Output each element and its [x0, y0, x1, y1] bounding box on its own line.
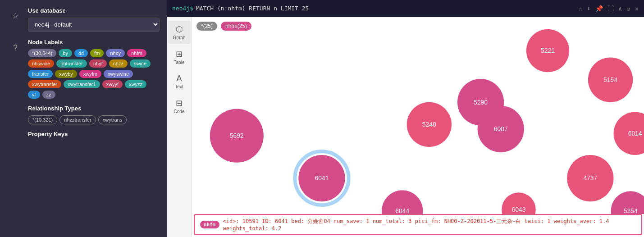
nav-table-label: Table [174, 60, 185, 65]
query-prompt: neo4j$ [172, 5, 193, 12]
query-bar: neo4j$ MATCH (n:nhfm) RETURN n LIMIT 25 … [167, 0, 644, 17]
main-area: neo4j$ MATCH (n:nhfm) RETURN n LIMIT 25 … [167, 0, 644, 237]
tag-zz[interactable]: zz [42, 91, 55, 99]
graph-icon: ⬡ [176, 24, 183, 34]
tag-nhby[interactable]: nhby [106, 49, 125, 57]
node-label-5290: 5290 [474, 99, 488, 106]
graph-area[interactable]: *(25) nhfm(25) 5221 5290 5154 5692 5248 [192, 17, 644, 214]
tag-xwyswine[interactable]: xwyswine [104, 70, 133, 78]
tag-transfer[interactable]: transfer [28, 70, 53, 78]
tag-by[interactable]: by [59, 49, 72, 57]
side-nav: ⬡ Graph ⊞ Table A Text ⊟ Code [167, 17, 192, 237]
close-icon[interactable]: ✕ [635, 5, 639, 12]
rel-tag-all[interactable]: *(10,321) [28, 115, 57, 124]
relationship-types-group: *(10,321) nhzztransfer xwytrans [28, 115, 160, 124]
node-label-5692: 5692 [230, 132, 244, 139]
pin-icon[interactable]: 📌 [595, 5, 603, 12]
tag-all[interactable]: *(30,044) [28, 49, 56, 57]
tag-xwyfm[interactable]: xwyfm [79, 70, 101, 78]
tag-nhzz[interactable]: nhzz [109, 59, 128, 68]
badge-nhfm[interactable]: nhfm(25) [221, 22, 251, 31]
tag-yf[interactable]: yf [28, 91, 40, 99]
expand-icon[interactable]: ⛶ [607, 5, 614, 12]
node-label-5221: 5221 [541, 47, 555, 54]
tag-nhswine[interactable]: nhswine [28, 59, 54, 68]
tag-nhtransfer[interactable]: nhtransfer [56, 59, 87, 68]
table-icon: ⊞ [176, 49, 183, 59]
property-keys-title: Property Keys [28, 131, 160, 137]
node-label-6043: 6043 [512, 206, 525, 213]
node-label-4737: 4737 [583, 174, 597, 182]
info-bar: nhfm <id>: 10591 ID: 6041 bed: 分娩舍04 num… [194, 214, 642, 235]
node-label-6007: 6007 [494, 125, 508, 132]
star-query-icon[interactable]: ☆ [579, 5, 582, 12]
content-row: ⬡ Graph ⊞ Table A Text ⊟ Code *(25) nhfm… [167, 17, 644, 237]
node-label-5354: 5354 [624, 207, 638, 214]
tag-xwyyf[interactable]: xwyyf [102, 80, 123, 88]
graph-panel: *(25) nhfm(25) 5221 5290 5154 5692 5248 [192, 17, 644, 237]
nav-code-label: Code [174, 109, 185, 114]
tag-xwytransfer[interactable]: xwytransfer [28, 80, 61, 88]
tag-nhfm[interactable]: nhfm [127, 49, 146, 57]
tag-xwytransfer1[interactable]: xwytransfer1 [64, 80, 100, 88]
nav-graph-label: Graph [173, 35, 186, 40]
star-icon[interactable]: ☆ [12, 11, 19, 21]
sidebar: ☆ ? Use database neo4j - default Node La… [0, 0, 167, 237]
nav-code[interactable]: ⊟ Code [168, 95, 191, 118]
download-icon[interactable]: ⬇ [587, 5, 590, 12]
tag-dd[interactable]: dd [74, 49, 88, 57]
result-badges: *(25) nhfm(25) [196, 22, 251, 31]
node-labels-group: *(30,044) by dd fm nhby nhfm nhswine nht… [28, 49, 160, 99]
badge-all[interactable]: *(25) [196, 22, 217, 31]
node-labels-title: Node Labels [28, 39, 160, 46]
tag-swine[interactable]: swine [130, 59, 151, 68]
node-label-6041: 6041 [315, 174, 329, 182]
tag-xwyzz[interactable]: xwyzz [125, 80, 146, 88]
relationship-types-title: Relationship Types [28, 105, 160, 112]
info-tag: nhfm [200, 221, 219, 228]
help-icon[interactable]: ? [13, 43, 18, 53]
rel-tag-xwytrans[interactable]: xwytrans [98, 115, 127, 124]
graph-svg[interactable]: 5221 5290 5154 5692 5248 6007 6014 [192, 17, 644, 214]
refresh-icon[interactable]: ↺ [626, 5, 630, 12]
node-label-6014: 6014 [628, 130, 642, 137]
tag-nhyf[interactable]: nhyf [89, 59, 107, 68]
nav-table[interactable]: ⊞ Table [168, 46, 191, 68]
query-text: MATCH (n:nhfm) RETURN n LIMIT 25 [196, 5, 579, 12]
tag-fm[interactable]: fm [90, 49, 104, 57]
tag-xwyby[interactable]: xwyby [55, 70, 77, 78]
text-icon: A [176, 74, 182, 83]
code-icon: ⊟ [176, 98, 183, 108]
query-actions: ☆ ⬇ 📌 ⛶ ∧ ↺ ✕ [579, 5, 639, 12]
rel-tag-nhzztransfer[interactable]: nhzztransfer [59, 115, 96, 124]
nav-graph[interactable]: ⬡ Graph [168, 21, 191, 44]
node-label-5248: 5248 [422, 121, 436, 128]
nav-text[interactable]: A Text [168, 70, 191, 93]
node-label-5154: 5154 [603, 76, 617, 83]
database-select[interactable]: neo4j - default [28, 18, 160, 32]
nav-text-label: Text [175, 84, 183, 89]
use-database-label: Use database [28, 7, 160, 14]
info-text: <id>: 10591 ID: 6041 bed: 分娩舍04 num_save… [223, 218, 636, 232]
collapse-icon[interactable]: ∧ [618, 5, 622, 12]
node-label-6044: 6044 [395, 207, 409, 214]
